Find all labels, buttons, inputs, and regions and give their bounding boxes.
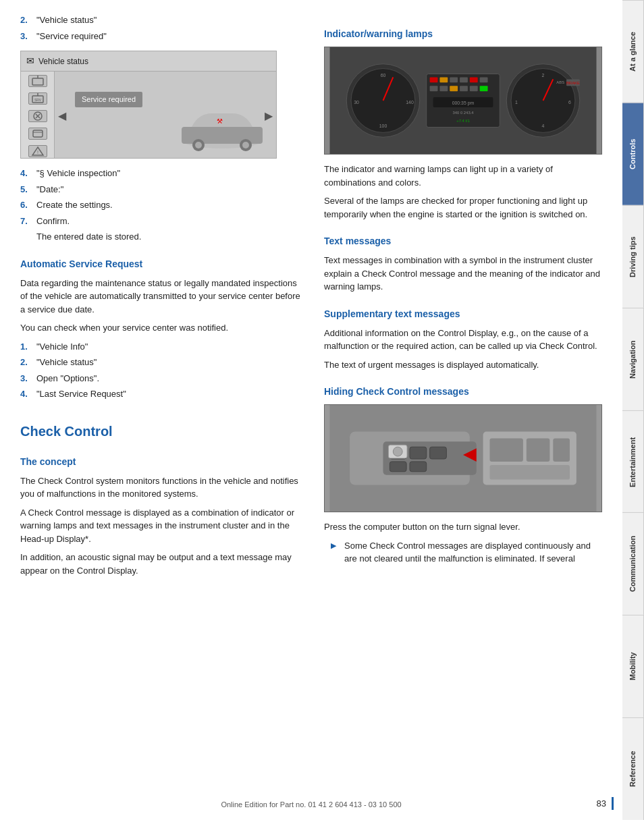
list-text: "Date:": [36, 183, 63, 196]
svg-rect-37: [460, 86, 468, 91]
list-text: "Vehicle status": [36, 356, 97, 369]
list-number: 3.: [20, 372, 32, 385]
nav-arrow-right[interactable]: ▶: [265, 108, 273, 124]
svg-text:BRAKE: BRAKE: [566, 81, 580, 85]
svg-rect-39: [480, 86, 488, 91]
list-item: 5. "Date:": [20, 183, 304, 196]
auto-service-p2: You can check when your service center w…: [20, 321, 304, 335]
side-tabs: At a glance Controls Driving tips Naviga…: [622, 0, 644, 820]
svg-rect-28: [430, 77, 438, 82]
status-icon-5: !: [28, 145, 47, 157]
vehicle-status-label: Vehicle status: [38, 55, 88, 67]
svg-text:140: 140: [406, 100, 414, 105]
bullet-arrow-icon: ▶: [331, 539, 339, 566]
svg-text:100: 100: [379, 124, 387, 128]
confirm-subtext: The entered date is stored.: [20, 230, 304, 244]
svg-rect-61: [410, 462, 427, 472]
list-item: 4. "Last Service Request": [20, 387, 304, 401]
list-number: 6.: [20, 198, 32, 212]
list-text: "Last Service Request": [36, 387, 126, 401]
svg-text:000:35 pm: 000:35 pm: [452, 101, 475, 106]
list-number: 2.: [20, 356, 32, 369]
right-column: Indicator/warning lamps 60 100 30 140: [324, 13, 602, 800]
indicator-p2: Several of the lamps are checked for pro…: [324, 194, 602, 221]
svg-rect-32: [470, 77, 478, 82]
page-number-area: 83: [597, 797, 614, 811]
svg-point-15: [195, 142, 202, 148]
svg-rect-13: [182, 127, 263, 144]
list-number: 2.: [20, 13, 32, 27]
status-icon-2: SRV: [28, 92, 47, 105]
svg-rect-0: [32, 78, 43, 85]
bullet-text: Some Check Control messages are displaye…: [344, 539, 602, 566]
status-icon-1: [28, 75, 47, 87]
svg-rect-60: [390, 462, 406, 472]
text-messages-p1: Text messages in combination with a symb…: [324, 254, 602, 294]
svg-point-63: [393, 447, 402, 456]
svg-rect-33: [480, 77, 488, 82]
tab-navigation[interactable]: Navigation: [622, 308, 644, 410]
list-number: 4.: [20, 167, 32, 180]
svg-rect-69: [490, 465, 570, 480]
svg-rect-58: [410, 447, 427, 459]
svg-rect-30: [450, 77, 458, 82]
supp-text-heading: Supplementary text messages: [324, 307, 602, 321]
svg-text:2: 2: [542, 73, 545, 78]
svg-text:ABS: ABS: [556, 80, 564, 84]
concept-p3: In addition, an acoustic signal may be o…: [20, 551, 304, 577]
list-text: "§ Vehicle inspection": [36, 167, 120, 180]
hiding-caption: Press the computer button on the turn si…: [324, 520, 602, 534]
svg-rect-34: [430, 86, 438, 91]
svg-rect-35: [439, 86, 448, 91]
list-number: 1.: [20, 340, 32, 354]
list-item: 1. "Vehicle Info": [20, 340, 304, 354]
svg-text:!: !: [37, 150, 38, 155]
list-number: 7.: [20, 215, 32, 228]
svg-rect-31: [460, 77, 468, 82]
svg-rect-36: [450, 86, 458, 91]
list-item: 2. "Vehicle status": [20, 13, 304, 27]
svg-rect-8: [33, 130, 43, 137]
nav-arrow-left[interactable]: ◀: [58, 108, 66, 124]
tab-communication[interactable]: Communication: [622, 512, 644, 615]
tab-mobility[interactable]: Mobility: [622, 615, 644, 717]
list-item: 3. Open "Options".: [20, 372, 304, 385]
auto-service-heading: Automatic Service Request: [20, 257, 304, 271]
hiding-image: [324, 404, 602, 512]
tab-reference[interactable]: Reference: [622, 717, 644, 820]
svg-rect-38: [470, 86, 478, 91]
list-number: 4.: [20, 387, 32, 401]
tab-at-a-glance[interactable]: At a glance: [622, 0, 644, 103]
svg-rect-66: [490, 438, 523, 462]
list-text: "Vehicle Info": [36, 340, 88, 354]
svg-text:60: 60: [381, 73, 386, 78]
list-text: "Vehicle status": [36, 13, 97, 27]
left-column: 2. "Vehicle status" 3. "Service required…: [20, 13, 304, 800]
svg-rect-67: [527, 438, 550, 462]
auto-service-p1: Data regarding the maintenance status or…: [20, 277, 304, 317]
car-silhouette: ⚒: [175, 107, 269, 154]
footer-text: Online Edition for Part no. 01 41 2 604 …: [221, 800, 401, 809]
svg-text:1: 1: [515, 100, 518, 105]
svg-rect-29: [439, 77, 448, 82]
list-text: "Service required": [36, 30, 107, 43]
tab-driving-tips[interactable]: Driving tips: [622, 205, 644, 308]
list-item: 7. Confirm.: [20, 215, 304, 228]
indicator-heading: Indicator/warning lamps: [324, 27, 602, 41]
list-item: 3. "Service required": [20, 30, 304, 43]
svg-rect-59: [430, 447, 447, 459]
check-control-heading: Check Control: [20, 421, 304, 441]
hiding-heading: Hiding Check Control messages: [324, 385, 602, 399]
list-item: 4. "§ Vehicle inspection": [20, 167, 304, 180]
dashboard-image: 60 100 30 140: [324, 47, 602, 155]
text-messages-heading: Text messages: [324, 234, 602, 248]
tab-entertainment[interactable]: Entertainment: [622, 410, 644, 513]
list-item: 2. "Vehicle status": [20, 356, 304, 369]
page-number: 83: [597, 797, 614, 811]
svg-text:340 0    243.4: 340 0 243.4: [452, 111, 474, 115]
tab-controls[interactable]: Controls: [622, 103, 644, 205]
page-footer: Online Edition for Part no. 01 41 2 604 …: [0, 799, 622, 811]
svg-text:+7.4 l/1: +7.4 l/1: [456, 119, 470, 123]
svg-text:6: 6: [568, 100, 571, 105]
concept-p1: The Check Control system monitors functi…: [20, 474, 304, 501]
